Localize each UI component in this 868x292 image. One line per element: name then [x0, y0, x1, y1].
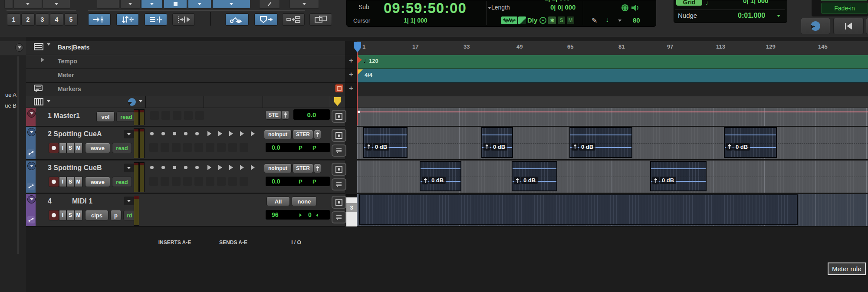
- zoom-preset-button[interactable]: 4: [50, 13, 63, 26]
- input-monitor-button[interactable]: I: [59, 177, 66, 187]
- insert-slot[interactable]: [194, 177, 203, 186]
- track-lane-cue-b[interactable]: 0 dB0 dB0 dB: [357, 161, 868, 194]
- midi-volume-value[interactable]: 96: [272, 211, 279, 218]
- send-slot-arrow[interactable]: [207, 165, 211, 170]
- input-monitor-button[interactable]: I: [59, 210, 66, 220]
- track-lane-cue-a[interactable]: 0 dB0 dB0 dB0 dB: [357, 127, 868, 160]
- automation-mode-button[interactable]: read: [112, 143, 132, 153]
- output-selector[interactable]: STER: [293, 130, 313, 139]
- panel-edge[interactable]: [17, 56, 19, 254]
- mute-button[interactable]: M: [74, 177, 82, 187]
- insert-slot[interactable]: [183, 177, 192, 186]
- midi-clip[interactable]: [359, 194, 798, 225]
- insert-slot[interactable]: [240, 177, 248, 186]
- insert-slot[interactable]: [161, 111, 170, 120]
- mirror-edit-button[interactable]: [309, 13, 332, 26]
- track-name[interactable]: MIDI 1: [72, 197, 92, 205]
- midi-tempo-value[interactable]: 80: [633, 16, 640, 24]
- nudge-chevron-icon[interactable]: [777, 15, 780, 17]
- add-meter-button[interactable]: +: [349, 70, 353, 79]
- insert-slot[interactable]: [161, 143, 169, 152]
- pan-left-value[interactable]: P: [299, 178, 302, 185]
- track-list-item[interactable]: ue B: [0, 102, 16, 109]
- insert-slot-dot[interactable]: [161, 132, 165, 135]
- delay-compensation-label[interactable]: Dly: [527, 16, 537, 24]
- insert-slot-dot[interactable]: [161, 166, 165, 169]
- automation-breakpoint[interactable]: [358, 111, 360, 113]
- input-selector[interactable]: All: [266, 197, 290, 206]
- send-slot-arrow[interactable]: [229, 131, 233, 136]
- link-timeline-edit-button[interactable]: [145, 13, 167, 26]
- insert-slot[interactable]: [172, 143, 181, 152]
- playlist-view-button[interactable]: [332, 163, 346, 176]
- insert-slot-dot[interactable]: [195, 166, 199, 169]
- volume-value[interactable]: 0.0: [272, 144, 280, 151]
- clip-gain-badge[interactable]: 0 dB: [572, 143, 595, 151]
- insert-slot[interactable]: [195, 111, 204, 120]
- toolbar-dropdown-button[interactable]: [120, 0, 140, 9]
- output-fader-icon[interactable]: [314, 164, 321, 173]
- track-options-button[interactable]: [124, 197, 134, 205]
- return-to-zero-button[interactable]: [833, 18, 864, 34]
- insert-slot[interactable]: [161, 177, 169, 186]
- insert-slot-dot[interactable]: [184, 166, 187, 169]
- clip-gain-badge[interactable]: 0 dB: [726, 143, 750, 151]
- insertion-follows-playback-button[interactable]: [172, 13, 195, 26]
- insertion-follows-edit-button[interactable]: [116, 13, 139, 26]
- grid-button[interactable]: Grid: [676, 0, 703, 7]
- clip-gain-fader-icon[interactable]: [365, 143, 372, 151]
- insert-slot[interactable]: [228, 143, 237, 152]
- track-view-selector[interactable]: vol: [96, 112, 115, 122]
- fade-in-button[interactable]: Fade-in: [821, 3, 868, 14]
- track-lane-midi[interactable]: [357, 194, 868, 227]
- audio-clip[interactable]: 0 dB: [363, 127, 408, 158]
- clip-gain-fader-icon[interactable]: [652, 177, 659, 184]
- patch-button[interactable]: p: [110, 210, 122, 220]
- clip-gain-badge[interactable]: 0 dB: [652, 177, 676, 184]
- chevron-down-icon[interactable]: [47, 43, 50, 46]
- transpose-left-icon[interactable]: [299, 213, 302, 217]
- tempo-event-value[interactable]: 120: [369, 58, 378, 64]
- playlist-view-button[interactable]: [332, 196, 346, 209]
- output-selector[interactable]: STER: [293, 164, 313, 173]
- insert-slot-dot[interactable]: [173, 132, 176, 135]
- master-track-lane[interactable]: [357, 108, 868, 127]
- input-selector[interactable]: noinput: [264, 164, 292, 173]
- note-value-icon[interactable]: ♩: [606, 16, 613, 24]
- toolbar-dropdown-button[interactable]: [13, 0, 42, 9]
- zoom-toggle-button[interactable]: [801, 18, 830, 34]
- tempo-ruler[interactable]: [357, 55, 868, 69]
- expand-arrow-icon[interactable]: [41, 58, 44, 62]
- track-collapse-button[interactable]: [27, 128, 36, 136]
- track-collapse-button[interactable]: [27, 162, 36, 170]
- output-selector[interactable]: none: [292, 197, 317, 206]
- pencil-icon[interactable]: ✎: [592, 16, 597, 25]
- insert-slot[interactable]: [217, 177, 226, 186]
- track-number[interactable]: 4: [48, 197, 52, 205]
- insert-slot[interactable]: [206, 177, 214, 186]
- track-options-button[interactable]: [124, 130, 134, 138]
- bars-ruler[interactable]: 1173349658197113129145: [357, 41, 868, 55]
- track-name[interactable]: 3 Spotting CueB: [48, 164, 102, 172]
- automation-icon[interactable]: [27, 216, 35, 223]
- asterisk-chip[interactable]: ✱: [548, 16, 556, 24]
- send-slot-arrow[interactable]: [251, 131, 255, 136]
- clip-chip-icon[interactable]: [518, 16, 526, 24]
- playlist-view-button[interactable]: [332, 129, 346, 142]
- volume-value[interactable]: 0.0: [293, 109, 330, 120]
- send-slot-arrow[interactable]: [240, 131, 244, 136]
- input-monitor-button[interactable]: I: [59, 143, 66, 153]
- tool-smart-button[interactable]: [212, 0, 250, 9]
- insert-slot-dot[interactable]: [195, 132, 199, 135]
- record-arm-button[interactable]: [49, 177, 59, 187]
- chevron-down-icon[interactable]: [139, 100, 142, 102]
- clip-gain-fader-icon[interactable]: [726, 143, 733, 151]
- clip-gain-fader-icon[interactable]: [572, 143, 578, 151]
- zoom-preset-button[interactable]: 5: [64, 13, 78, 26]
- nudge-value[interactable]: 0:01.000: [738, 12, 765, 20]
- solo-button[interactable]: S: [66, 143, 74, 153]
- track-height-icon[interactable]: [34, 98, 43, 105]
- mute-button[interactable]: M: [74, 210, 82, 220]
- automation-icon[interactable]: [27, 149, 35, 157]
- tab-to-transients-button[interactable]: [88, 13, 111, 26]
